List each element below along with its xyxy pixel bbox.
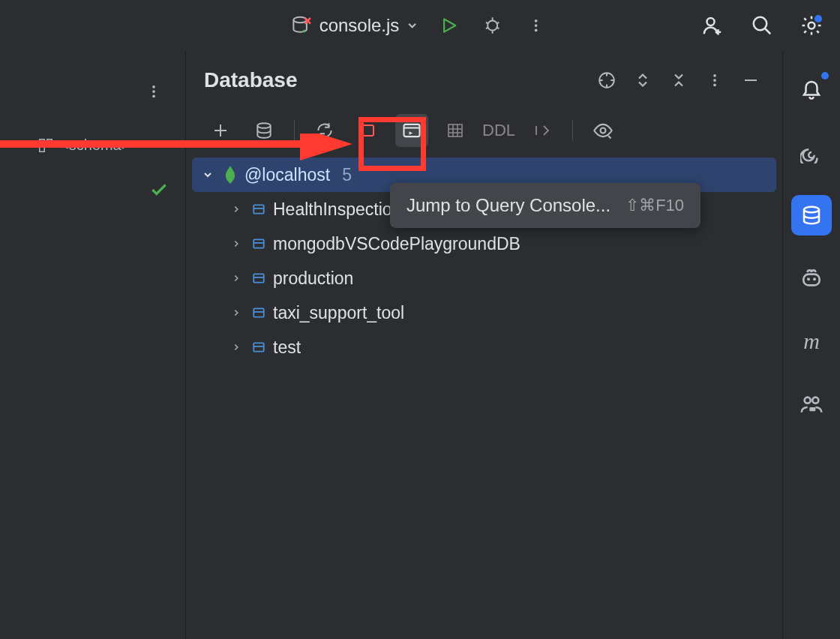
file-tab[interactable]: console.js — [291, 14, 419, 37]
search-icon[interactable] — [748, 12, 776, 39]
svg-point-0 — [293, 17, 307, 23]
expand-icon[interactable] — [629, 67, 656, 94]
svg-point-1 — [488, 21, 497, 31]
top-bar: console.js — [0, 0, 840, 51]
svg-point-10 — [152, 94, 155, 98]
svg-point-17 — [713, 83, 716, 86]
chevron-down-icon[interactable] — [405, 19, 418, 32]
database-icon — [250, 202, 267, 216]
file-name: console.js — [320, 15, 400, 36]
tree-item[interactable]: test — [192, 330, 776, 364]
notifications-button[interactable] — [791, 69, 832, 110]
chevron-right-icon — [228, 204, 244, 214]
database-icon — [250, 306, 267, 320]
svg-point-22 — [601, 128, 606, 134]
tree-item-label: mongodbVSCodePlaygroundDB — [273, 234, 520, 254]
minimize-icon[interactable] — [737, 67, 764, 94]
notification-dot — [814, 15, 822, 22]
table-icon[interactable] — [439, 114, 472, 147]
navigate-icon[interactable] — [526, 114, 559, 147]
svg-point-7 — [808, 22, 815, 29]
database-tool-button[interactable] — [791, 195, 832, 236]
chevron-down-icon — [200, 169, 216, 181]
panel-title: Database — [204, 68, 298, 92]
tree-item-count: 5 — [342, 165, 352, 185]
separator — [572, 120, 573, 141]
tree-item-label: @localhost — [244, 165, 330, 185]
svg-point-32 — [805, 398, 811, 404]
tree-item[interactable]: mongodbVSCodePlaygroundDB — [192, 226, 776, 261]
chevron-right-icon — [228, 273, 244, 284]
svg-point-18 — [257, 123, 270, 128]
ddl-button[interactable]: DDL — [482, 121, 515, 140]
spiral-button[interactable] — [791, 132, 832, 172]
tree-item[interactable]: taxi_support_tool — [192, 296, 776, 330]
svg-point-28 — [804, 207, 819, 213]
database-icon — [250, 340, 267, 354]
tooltip-shortcut: ⇧⌘F10 — [626, 196, 684, 215]
run-button[interactable] — [435, 12, 462, 39]
svg-point-30 — [807, 278, 810, 280]
add-user-icon[interactable] — [699, 12, 726, 39]
copilot-button[interactable] — [791, 258, 832, 298]
svg-rect-29 — [803, 274, 819, 286]
database-icon — [250, 272, 267, 285]
svg-point-16 — [713, 79, 716, 82]
team-button[interactable] — [791, 384, 832, 424]
svg-point-9 — [152, 90, 155, 93]
svg-marker-36 — [300, 134, 352, 160]
view-icon[interactable] — [586, 114, 620, 147]
tooltip-label: Jump to Query Console... — [406, 195, 610, 216]
chevron-right-icon — [228, 308, 244, 318]
checkmark-icon — [149, 180, 169, 200]
collapse-icon[interactable] — [665, 67, 692, 94]
svg-rect-26 — [254, 308, 264, 316]
right-sidebar: m — [783, 51, 840, 639]
sidebar-menu-icon[interactable] — [140, 78, 167, 105]
mongodb-icon — [222, 166, 238, 184]
svg-rect-25 — [254, 274, 264, 282]
more-vertical-icon[interactable] — [522, 12, 549, 39]
target-icon[interactable] — [593, 67, 620, 94]
annotation-arrow — [0, 134, 360, 164]
svg-point-8 — [152, 86, 155, 88]
svg-rect-23 — [254, 205, 264, 213]
tree-item-label: test — [273, 338, 301, 358]
panel-menu-icon[interactable] — [701, 67, 728, 94]
chevron-right-icon — [228, 342, 244, 352]
svg-point-5 — [707, 18, 715, 26]
svg-rect-27 — [254, 343, 264, 351]
svg-point-4 — [534, 28, 537, 32]
svg-point-6 — [754, 17, 767, 31]
annotation-highlight-box — [358, 117, 426, 171]
tree-item[interactable]: production — [192, 261, 776, 296]
m-button[interactable]: m — [791, 321, 832, 362]
svg-point-3 — [534, 24, 537, 27]
notification-dot — [821, 72, 829, 80]
svg-point-2 — [534, 20, 537, 22]
svg-rect-34 — [809, 407, 815, 411]
svg-rect-21 — [448, 124, 462, 136]
tree-item-label: production — [273, 268, 353, 289]
tree-item-label: taxi_support_tool — [273, 303, 404, 323]
chevron-right-icon — [228, 238, 244, 249]
svg-point-31 — [813, 278, 816, 280]
svg-point-33 — [812, 398, 818, 404]
debug-button[interactable] — [478, 12, 506, 39]
settings-icon[interactable] — [798, 12, 825, 39]
svg-point-15 — [713, 74, 716, 77]
database-file-icon — [291, 14, 314, 37]
svg-rect-24 — [254, 239, 264, 248]
database-icon — [250, 237, 267, 250]
tooltip: Jump to Query Console... ⇧⌘F10 — [390, 183, 700, 228]
